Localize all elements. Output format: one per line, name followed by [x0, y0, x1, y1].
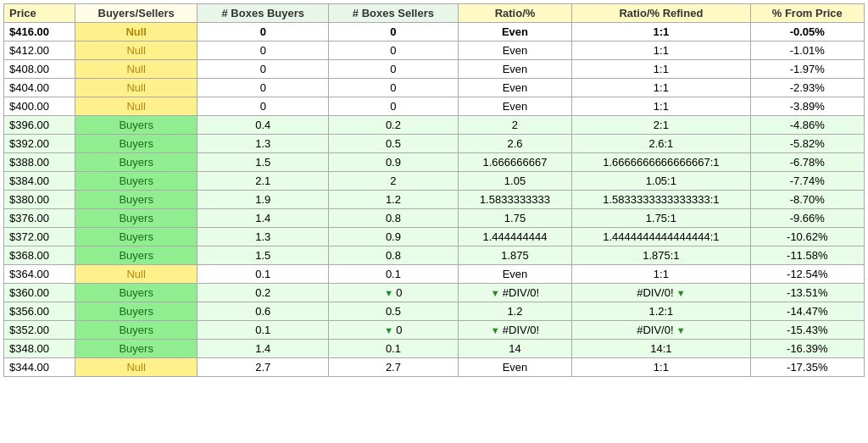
cell-r18-c4: Even — [458, 358, 571, 377]
cell-r13-c2: 0.1 — [198, 265, 329, 284]
cell-r10-c3: 0.8 — [329, 209, 459, 228]
column-header-6: % From Price — [750, 4, 864, 23]
cell-r6-c4: 2.6 — [458, 135, 571, 153]
cell-r6-c5: 2.6:1 — [572, 135, 750, 153]
cell-r13-c1: Null — [75, 265, 198, 284]
cell-r16-c0: $352.00 — [4, 321, 75, 340]
cell-r16-c1: Buyers — [75, 321, 198, 340]
cell-r12-c1: Buyers — [75, 246, 198, 265]
cell-r3-c0: $404.00 — [4, 79, 75, 97]
cell-r4-c6: -3.89% — [750, 97, 864, 116]
cell-r9-c2: 1.9 — [198, 191, 329, 209]
cell-r11-c5: 1.4444444444444444:1 — [572, 228, 750, 246]
cell-r3-c2: 0 — [198, 79, 329, 97]
cell-r5-c0: $396.00 — [4, 116, 75, 135]
table-row: $388.00Buyers1.50.91.6666666671.66666666… — [4, 153, 865, 172]
cell-r1-c6: -1.01% — [750, 42, 864, 60]
table-row: $412.00Null00Even1:1-1.01% — [4, 42, 865, 60]
cell-r5-c5: 2:1 — [572, 116, 750, 135]
cell-r14-c2: 0.2 — [198, 284, 329, 302]
table-row: $356.00Buyers0.60.51.21.2:1-14.47% — [4, 302, 865, 321]
cell-r9-c6: -8.70% — [750, 191, 864, 209]
cell-r1-c4: Even — [458, 42, 571, 60]
cell-r9-c5: 1.5833333333333333:1 — [572, 191, 750, 209]
cell-r16-c5: #DIV/0! ▼ — [572, 321, 750, 340]
cell-r12-c5: 1.875:1 — [572, 246, 750, 265]
table-row: $408.00Null00Even1:1-1.97% — [4, 60, 865, 79]
cell-r2-c1: Null — [75, 60, 198, 79]
table-row: $348.00Buyers1.40.11414:1-16.39% — [4, 340, 865, 358]
cell-r10-c5: 1.75:1 — [572, 209, 750, 228]
cell-r11-c2: 1.3 — [198, 228, 329, 246]
table-row: $372.00Buyers1.30.91.4444444441.44444444… — [4, 228, 865, 246]
cell-r1-c5: 1:1 — [572, 42, 750, 60]
cell-r0-c5: 1:1 — [572, 23, 750, 42]
cell-r4-c0: $400.00 — [4, 97, 75, 116]
cell-r4-c4: Even — [458, 97, 571, 116]
cell-r2-c0: $408.00 — [4, 60, 75, 79]
cell-r8-c3: 2 — [329, 172, 459, 191]
cell-r6-c3: 0.5 — [329, 135, 459, 153]
cell-r12-c6: -11.58% — [750, 246, 864, 265]
cell-r14-c4: ▼ #DIV/0! — [458, 284, 571, 302]
cell-r8-c5: 1.05:1 — [572, 172, 750, 191]
cell-r9-c4: 1.5833333333 — [458, 191, 571, 209]
cell-r9-c0: $380.00 — [4, 191, 75, 209]
table-row: $404.00Null00Even1:1-2.93% — [4, 79, 865, 97]
cell-r12-c3: 0.8 — [329, 246, 459, 265]
cell-r8-c1: Buyers — [75, 172, 198, 191]
cell-r6-c1: Buyers — [75, 135, 198, 153]
cell-r16-c2: 0.1 — [198, 321, 329, 340]
cell-r8-c4: 1.05 — [458, 172, 571, 191]
cell-r11-c1: Buyers — [75, 228, 198, 246]
column-header-4: Ratio/% — [458, 4, 571, 23]
cell-r17-c0: $348.00 — [4, 340, 75, 358]
cell-r5-c2: 0.4 — [198, 116, 329, 135]
cell-r13-c5: 1:1 — [572, 265, 750, 284]
cell-r1-c3: 0 — [329, 42, 459, 60]
cell-r0-c6: -0.05% — [750, 23, 864, 42]
cell-r15-c6: -14.47% — [750, 302, 864, 321]
cell-r3-c6: -2.93% — [750, 79, 864, 97]
cell-r2-c4: Even — [458, 60, 571, 79]
column-header-1: Buyers/Sellers — [75, 4, 198, 23]
cell-r10-c1: Buyers — [75, 209, 198, 228]
cell-r0-c4: Even — [458, 23, 571, 42]
column-header-3: # Boxes Sellers — [329, 4, 459, 23]
cell-r0-c3: 0 — [329, 23, 459, 42]
column-header-0: Price — [4, 4, 75, 23]
cell-r10-c0: $376.00 — [4, 209, 75, 228]
cell-r6-c0: $392.00 — [4, 135, 75, 153]
cell-r17-c5: 14:1 — [572, 340, 750, 358]
table-row: $352.00Buyers0.1▼ 0▼ #DIV/0!#DIV/0! ▼-15… — [4, 321, 865, 340]
cell-r6-c6: -5.82% — [750, 135, 864, 153]
cell-r15-c3: 0.5 — [329, 302, 459, 321]
cell-r2-c3: 0 — [329, 60, 459, 79]
cell-r16-c6: -15.43% — [750, 321, 864, 340]
cell-r15-c5: 1.2:1 — [572, 302, 750, 321]
table-row: $344.00Null2.72.7Even1:1-17.35% — [4, 358, 865, 377]
cell-r13-c6: -12.54% — [750, 265, 864, 284]
cell-r10-c2: 1.4 — [198, 209, 329, 228]
cell-r5-c3: 0.2 — [329, 116, 459, 135]
cell-r14-c6: -13.51% — [750, 284, 864, 302]
cell-r18-c0: $344.00 — [4, 358, 75, 377]
cell-r10-c4: 1.75 — [458, 209, 571, 228]
cell-r12-c4: 1.875 — [458, 246, 571, 265]
cell-r13-c3: 0.1 — [329, 265, 459, 284]
cell-r1-c0: $412.00 — [4, 42, 75, 60]
cell-r13-c4: Even — [458, 265, 571, 284]
cell-r8-c2: 2.1 — [198, 172, 329, 191]
cell-r0-c0: $416.00 — [4, 23, 75, 42]
cell-r18-c6: -17.35% — [750, 358, 864, 377]
cell-r15-c1: Buyers — [75, 302, 198, 321]
table-row: $376.00Buyers1.40.81.751.75:1-9.66% — [4, 209, 865, 228]
cell-r14-c1: Buyers — [75, 284, 198, 302]
cell-r7-c5: 1.6666666666666667:1 — [572, 153, 750, 172]
cell-r9-c3: 1.2 — [329, 191, 459, 209]
cell-r4-c5: 1:1 — [572, 97, 750, 116]
cell-r3-c3: 0 — [329, 79, 459, 97]
table-row: $396.00Buyers0.40.222:1-4.86% — [4, 116, 865, 135]
table-row: $416.00Null00Even1:1-0.05% — [4, 23, 865, 42]
cell-r18-c2: 2.7 — [198, 358, 329, 377]
